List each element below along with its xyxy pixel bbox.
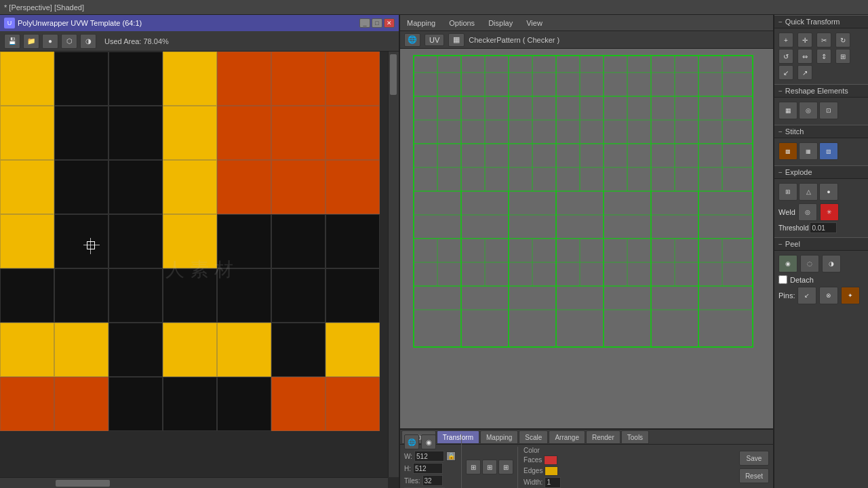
peel-label: Peel [785,240,800,248]
explode-btn2[interactable]: △ [799,183,818,201]
tab-scale[interactable]: Scale [519,430,548,444]
peel-btn3[interactable]: ◑ [822,255,841,272]
grid-16-btn[interactable]: ⊞ [498,460,513,474]
menu-view[interactable]: View [524,18,545,28]
re-btn3[interactable]: ⊡ [819,102,838,119]
peel-btn2[interactable]: ◌ [800,255,819,272]
texture-section: 🌐 ◉ W: 🔒 H: Tiles: Plain [404,434,462,488]
win-minimize[interactable]: _ [359,18,370,28]
save-button[interactable]: Save [739,451,769,466]
pin-btn1[interactable]: ↙ [797,287,816,304]
tab-tools[interactable]: Tools [621,430,649,444]
toolbar-circle-btn[interactable]: ● [42,34,58,49]
tex-sphere-btn[interactable]: 🌐 [404,434,419,449]
viewport-header: 🌐 UV ▦ CheckerPattern ( Checker ) [400,31,773,49]
reshape-header[interactable]: − Reshape Elements [774,84,868,98]
uv-cell [163,106,217,160]
win-maximize[interactable]: □ [372,18,382,28]
tex-pick-btn[interactable]: ◉ [421,434,436,449]
pin-btn3[interactable]: ✦ [841,287,860,304]
stitch-label: Stitch [785,127,804,136]
lock-wh-btn[interactable]: 🔒 [446,451,456,461]
faces-color-swatch[interactable] [544,455,557,465]
win-close[interactable]: ✕ [384,18,395,28]
re-btn2[interactable]: ◎ [799,102,818,119]
qt-arr1-btn[interactable]: ↙ [778,65,793,80]
detach-label: Detach [790,276,814,284]
uv-cell [217,377,271,431]
checker-icon-btn[interactable]: ▦ [448,33,465,47]
weld-btn1[interactable]: ◎ [798,203,817,221]
detach-checkbox[interactable] [778,275,787,284]
peel-pins-row: Pins: ↙ ⊗ ✦ [778,287,864,304]
explode-btn3[interactable]: ● [819,183,838,201]
uv-cell [0,268,54,323]
pin-btn2[interactable]: ⊗ [819,287,838,304]
re-btn1[interactable]: ▦ [778,102,797,119]
tex-h-input[interactable] [413,463,443,474]
uv-cell [108,377,163,431]
uv-cell [271,52,326,106]
uv-btn[interactable]: UV [425,34,444,46]
uv-cell [163,160,217,214]
save-reset-section: Save Reset [739,451,769,483]
uv-canvas-area[interactable] [400,49,773,434]
h-scrollbar[interactable] [0,477,388,488]
threshold-input[interactable] [810,222,837,233]
tab-mapping[interactable]: Mapping [480,430,518,444]
toolbar-contrast-btn[interactable]: ◑ [80,34,96,49]
qt-fliph-btn[interactable]: ⇔ [797,49,812,64]
qt-rot-ccw-btn[interactable]: ↺ [778,49,793,64]
tiles-input[interactable] [422,475,443,486]
menu-display[interactable]: Display [486,18,515,28]
uv-cell [326,377,380,431]
tex-w-input[interactable] [414,451,444,462]
uv-color-grid[interactable] [0,52,380,431]
v-scrollbar[interactable] [388,52,399,477]
qt-move-btn[interactable]: ✛ [797,33,812,47]
menu-mapping[interactable]: Mapping [404,18,438,28]
world-icon-btn[interactable]: 🌐 [404,33,420,47]
qt-rot-cw-btn[interactable]: ↻ [835,33,850,47]
uv-cell [163,323,217,377]
toolbar-hex-btn[interactable]: ⬡ [61,34,77,49]
qt-plus-btn[interactable]: + [778,33,793,47]
stitch-header[interactable]: − Stitch [774,125,868,138]
explode-header[interactable]: − Explode [774,165,868,179]
color-header-label: Color [524,447,561,454]
toolbar-save-btn[interactable]: 💾 [4,34,20,49]
qt-grid-btn[interactable]: ⊞ [835,49,850,64]
explode-collapse-icon: − [778,169,783,176]
uv-cell [54,160,108,214]
stitch-btn1[interactable]: ▩ [778,142,797,160]
uv-cell [217,214,271,268]
uv-cell [54,268,108,323]
uv-lines-svg [400,49,773,434]
weld-btn2[interactable]: ✳ [820,203,839,221]
menu-options[interactable]: Options [446,18,477,28]
qt-arr2-btn[interactable]: ↗ [797,65,812,80]
uv-cell [108,106,163,160]
pins-label: Pins: [778,291,795,300]
qt-flipv-btn[interactable]: ⇕ [816,49,831,64]
tab-render[interactable]: Render [586,430,620,444]
qt-scissors-btn[interactable]: ✂ [816,33,831,47]
uv-cell [271,323,326,377]
stitch-btn3[interactable]: ▧ [819,142,838,160]
peel-btn1[interactable]: ◉ [778,255,797,272]
width-input[interactable] [545,477,561,488]
edges-color-swatch[interactable] [545,466,558,476]
reset-button[interactable]: Reset [739,468,769,483]
peel-header[interactable]: − Peel [774,237,868,251]
explode-btn1[interactable]: ⊞ [778,183,797,201]
grid-9-btn[interactable]: ⊞ [482,460,497,474]
tab-arrange[interactable]: Arrange [549,430,585,444]
toolbar-folder-btn[interactable]: 📁 [23,34,39,49]
grid-4-btn[interactable]: ⊞ [466,460,481,474]
quick-transform-header[interactable]: − Quick Transform [774,15,868,28]
texture-tiles-row: Tiles: [404,475,456,486]
reshape-label: Reshape Elements [785,87,848,95]
edges-label: Edges [524,467,542,474]
uv-cell [54,214,108,268]
stitch-btn2[interactable]: ▦ [799,142,818,160]
